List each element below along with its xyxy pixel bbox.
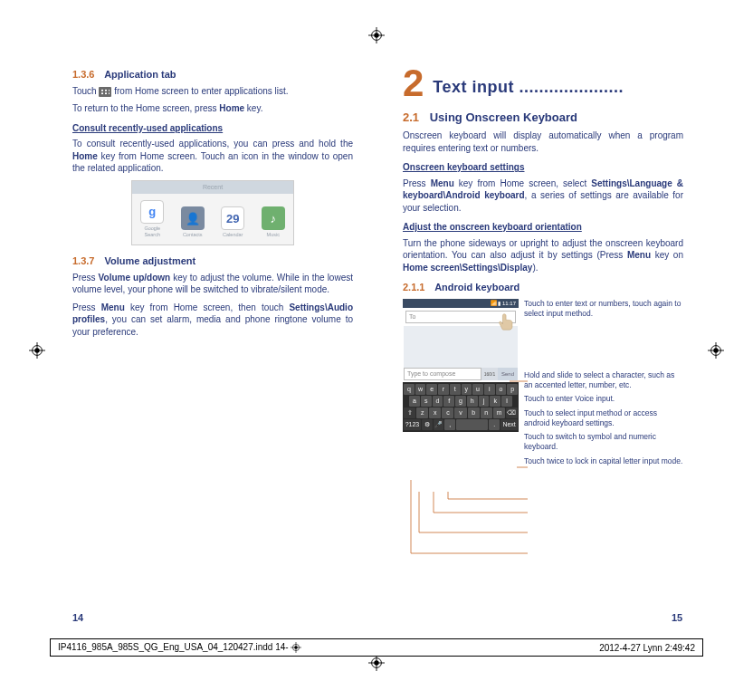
chapter-heading: 2 Text input ..................... xyxy=(403,68,683,99)
phone-mockup: 📶 ▮ 11:17 To Type to compose 160/1 Send … xyxy=(403,299,519,470)
section-2-1-1-heading: 2.1.1 Android keyboard xyxy=(403,281,683,294)
keyboard-key: c xyxy=(442,408,453,418)
keyboard-key: e xyxy=(426,384,437,395)
keyboard-key: a xyxy=(409,396,420,407)
status-time: 11:17 xyxy=(502,301,516,306)
page-number-right: 15 xyxy=(672,612,682,623)
keyboard-key: p xyxy=(507,384,518,395)
recent-app-item: 👤Contacts xyxy=(177,206,208,238)
keyboard-key: d xyxy=(433,396,443,407)
recent-bar-label: Recent xyxy=(132,181,293,194)
keyboard-key: h xyxy=(467,396,478,407)
paragraph: To consult recently-used applications, y… xyxy=(72,138,353,175)
svg-point-15 xyxy=(374,660,378,665)
section-title: Using Onscreen Keyboard xyxy=(430,110,577,124)
message-area xyxy=(404,326,518,368)
page-number-left: 14 xyxy=(72,612,83,623)
recent-app-item: ♪Music xyxy=(258,206,289,238)
footer-date: 2012-4-27 Lynn 2:49:42 xyxy=(599,643,695,653)
registration-mark-icon xyxy=(291,642,301,653)
char-count: 160/1 xyxy=(481,368,498,380)
paragraph: To return to the Home screen, press Home… xyxy=(72,102,353,115)
paragraph: Press Menu key from Home screen, then to… xyxy=(72,302,353,339)
keyboard-key: i xyxy=(484,384,495,395)
to-field: To xyxy=(405,311,516,323)
registration-mark-icon xyxy=(708,342,724,359)
keyboard-key: ?123 xyxy=(404,419,421,430)
recent-app-item: 29Calendar xyxy=(217,206,248,238)
page-right: 2 Text input ..................... 2.1 U… xyxy=(403,68,683,470)
registration-mark-icon xyxy=(29,342,45,359)
chapter-number: 2 xyxy=(403,68,424,99)
keyboard-key: l xyxy=(501,396,512,407)
page-left: 1.3.6 Application tab Touch from Home sc… xyxy=(72,68,353,343)
send-button: Send xyxy=(498,368,518,380)
keyboard-key: Next xyxy=(500,419,518,430)
keyboard-key: q xyxy=(404,384,415,395)
callout-list: Touch to enter text or numbers, touch ag… xyxy=(524,299,683,470)
keyboard-key: t xyxy=(450,384,461,395)
keyboard-key: j xyxy=(479,396,490,407)
apps-grid-icon xyxy=(99,87,111,97)
subheading-kb-orientation: Adjust the onscreen keyboard orientation xyxy=(403,221,683,234)
keyboard-key: f xyxy=(443,396,454,407)
section-1-3-6-heading: 1.3.6 Application tab xyxy=(72,68,353,82)
callout-text: Touch to enter Voice input. xyxy=(524,394,683,404)
section-1-3-7-heading: 1.3.7 Volume adjustment xyxy=(72,254,353,268)
finger-touch-icon xyxy=(497,312,517,331)
keyboard-key: k xyxy=(490,396,500,407)
chapter-title: Text input ..................... xyxy=(433,76,624,98)
svg-point-29 xyxy=(295,646,299,649)
keyboard-key: o xyxy=(496,384,507,395)
keyboard-key: b xyxy=(468,408,480,418)
figure-recent-apps: Recent gGoogle Search👤Contacts29Calendar… xyxy=(131,180,294,245)
recent-app-item: gGoogle Search xyxy=(137,200,167,239)
keyboard-key: ⚙ xyxy=(422,419,433,430)
to-label: To xyxy=(409,312,415,321)
subheading-kb-settings: Onscreen keyboard settings xyxy=(403,161,683,174)
paragraph: Onscreen keyboard will display automatic… xyxy=(403,129,683,154)
section-number: 1.3.7 xyxy=(72,255,94,266)
onscreen-keyboard: qwertyuiopasdfghjkl⇧zxcvbnm⌫?123⚙🎤 , .Ne… xyxy=(403,382,519,432)
callout-text: Touch to switch to symbol and numeric ke… xyxy=(524,432,683,451)
keyboard-key: w xyxy=(415,384,426,395)
paragraph: Turn the phone sideways or upright to ad… xyxy=(403,237,683,274)
paragraph: Press Menu key from Home screen, select … xyxy=(403,177,683,215)
callout-text: Touch to select input method or access a… xyxy=(524,408,683,427)
keyboard-key: m xyxy=(493,408,505,418)
subheading-recent-apps: Consult recently-used applications xyxy=(72,122,353,135)
signal-icon: 📶 xyxy=(491,301,499,306)
paragraph: Press Volume up/down key to adjust the v… xyxy=(72,272,353,296)
keyboard-key: y xyxy=(462,384,472,395)
keyboard-key: ⌫ xyxy=(506,408,518,418)
paragraph: Touch from Home screen to enter applicat… xyxy=(72,85,353,98)
svg-point-3 xyxy=(374,33,378,37)
keyboard-key: n xyxy=(481,408,492,418)
section-title: Volume adjustment xyxy=(105,255,196,266)
keyboard-key: g xyxy=(455,396,466,407)
keyboard-key: . xyxy=(489,419,500,430)
compose-bar: Type to compose 160/1 Send xyxy=(404,368,518,380)
keyboard-key: v xyxy=(454,408,466,418)
callout-text: Hold and slide to select a character, su… xyxy=(524,370,683,389)
compose-input: Type to compose xyxy=(404,368,481,380)
print-footer: IP4116_985A_985S_QG_Eng_USA_04_120427.in… xyxy=(50,638,703,657)
figure-android-keyboard: 📶 ▮ 11:17 To Type to compose 160/1 Send … xyxy=(403,299,683,470)
callout-text: Touch twice to lock in capital letter in… xyxy=(524,456,683,466)
section-number: 2.1.1 xyxy=(403,282,424,292)
keyboard-key: ⇧ xyxy=(404,408,415,418)
keyboard-key: x xyxy=(429,408,441,418)
keyboard-key: r xyxy=(438,384,449,395)
svg-point-11 xyxy=(713,348,718,352)
section-title: Application tab xyxy=(104,69,176,80)
section-2-1-heading: 2.1 Using Onscreen Keyboard xyxy=(403,110,683,126)
status-bar: 📶 ▮ 11:17 xyxy=(403,299,519,308)
section-number: 1.3.6 xyxy=(72,69,94,80)
registration-mark-icon xyxy=(368,655,385,671)
registration-mark-icon xyxy=(368,27,385,43)
keyboard-key: u xyxy=(472,384,483,395)
keyboard-key: , xyxy=(444,419,455,430)
footer-file: IP4116_985A_985S_QG_Eng_USA_04_120427.in… xyxy=(58,642,301,653)
svg-point-7 xyxy=(34,348,39,352)
callout-text: Touch to enter text or numbers, touch ag… xyxy=(524,299,683,318)
